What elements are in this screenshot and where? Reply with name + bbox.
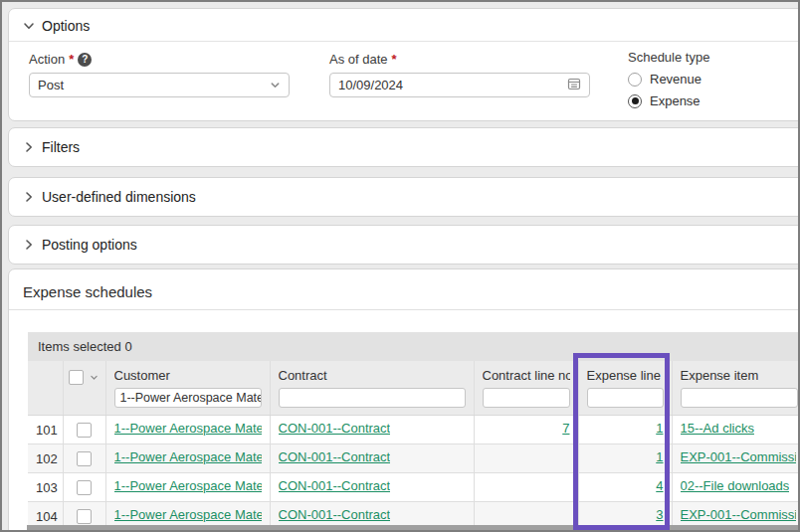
column-header-contract-line-no[interactable]: Contract line no. (474, 361, 578, 416)
row-checkbox[interactable] (77, 451, 92, 466)
user-defined-dimensions-header[interactable]: User-defined dimensions (9, 178, 800, 212)
contract-filter-input[interactable] (279, 388, 466, 408)
calendar-icon[interactable] (567, 77, 581, 93)
options-title: Options (42, 18, 90, 34)
expense-schedules-table: Customer 1--Power Aerospace Materia Cont… (28, 361, 800, 531)
user-defined-dimensions-title: User-defined dimensions (42, 189, 196, 205)
table-row: 102 1--Power Aerospace Materials CON-001… (28, 444, 800, 473)
customer-filter-input[interactable]: 1--Power Aerospace Materia (114, 388, 262, 408)
column-header-expense-item[interactable]: Expense item (672, 361, 800, 416)
items-selected-bar: Items selected 0 (28, 332, 800, 361)
row-number: 103 (28, 473, 63, 502)
radio-icon (628, 73, 642, 87)
posting-options-panel: Posting options (8, 225, 800, 265)
chevron-down-icon (23, 20, 35, 32)
chevron-right-icon (23, 239, 35, 251)
select-all-header (63, 361, 105, 416)
radio-expense[interactable]: Expense (628, 93, 709, 108)
expense-schedules-panel: Expense schedules Items selected 0 (8, 268, 800, 532)
contract-line-no-filter-input[interactable] (483, 388, 570, 408)
column-header-expense-line-no[interactable]: Expense line no. (578, 361, 672, 416)
as-of-date-value: 10/09/2024 (338, 78, 403, 92)
filters-title: Filters (42, 139, 80, 155)
table-row: 101 1--Power Aerospace Materials CON-001… (28, 416, 800, 444)
schedule-type-label: Schedule type (628, 50, 709, 65)
radio-revenue-label: Revenue (650, 72, 701, 87)
expense-item-link[interactable]: 02--File downloads (681, 478, 790, 493)
contract-link[interactable]: CON-001--Contract (279, 421, 391, 436)
action-label: Action * ? (29, 52, 290, 67)
required-asterisk: * (392, 52, 397, 67)
radio-selected-icon (628, 94, 642, 108)
options-panel: Options Action * ? Post As of date (8, 8, 800, 121)
posting-options-title: Posting options (42, 237, 137, 253)
customer-link[interactable]: 1--Power Aerospace Materials (114, 507, 262, 522)
expense-item-link[interactable]: EXP-001--Commissions (681, 449, 797, 464)
options-panel-header[interactable]: Options (9, 9, 800, 42)
posting-options-header[interactable]: Posting options (9, 226, 800, 260)
expense-line-no-filter-input[interactable] (587, 388, 664, 408)
chevron-down-icon[interactable] (88, 372, 100, 384)
chevron-right-icon (23, 191, 35, 203)
contract-link[interactable]: CON-001--Contract (279, 478, 391, 493)
as-of-date-label: As of date * (329, 52, 590, 67)
table-header-row: Customer 1--Power Aerospace Materia Cont… (28, 361, 800, 416)
contract-line-link[interactable]: 7 (562, 421, 569, 436)
expense-line-link[interactable]: 1 (656, 449, 663, 464)
customer-link[interactable]: 1--Power Aerospace Materials (114, 478, 262, 493)
row-number: 101 (28, 416, 63, 444)
contract-link[interactable]: CON-001--Contract (279, 507, 391, 522)
row-checkbox[interactable] (77, 480, 92, 495)
chevron-down-icon (269, 80, 281, 91)
row-checkbox[interactable] (77, 509, 92, 524)
row-checkbox[interactable] (77, 423, 92, 438)
customer-link[interactable]: 1--Power Aerospace Materials (114, 421, 262, 436)
column-header-contract[interactable]: Contract (270, 361, 474, 416)
contract-link[interactable]: CON-001--Contract (279, 449, 391, 464)
chevron-right-icon (23, 141, 35, 153)
help-icon[interactable]: ? (78, 53, 92, 67)
action-select-value: Post (38, 78, 64, 92)
expense-item-link[interactable]: 15--Ad clicks (681, 421, 754, 436)
horizontal-scrollbar[interactable] (27, 525, 798, 530)
customer-link[interactable]: 1--Power Aerospace Materials (114, 449, 262, 464)
column-header-customer[interactable]: Customer 1--Power Aerospace Materia (105, 361, 270, 416)
filters-panel-header[interactable]: Filters (9, 128, 800, 162)
row-number: 102 (28, 444, 63, 473)
expense-line-link[interactable]: 4 (656, 478, 663, 493)
expense-item-filter-input[interactable] (681, 388, 798, 408)
expense-line-link[interactable]: 3 (656, 507, 663, 522)
user-defined-dimensions-panel: User-defined dimensions (8, 177, 800, 217)
select-all-checkbox[interactable] (69, 370, 84, 385)
required-asterisk: * (69, 52, 74, 67)
items-selected-text: Items selected 0 (38, 339, 132, 354)
expense-schedules-title: Expense schedules (9, 269, 800, 310)
expense-line-link[interactable]: 1 (656, 421, 663, 436)
filters-panel: Filters (8, 127, 800, 167)
radio-revenue[interactable]: Revenue (628, 72, 709, 87)
expense-item-link[interactable]: EXP-001--Commissions (681, 507, 797, 522)
rownum-header (28, 361, 63, 416)
table-row: 103 1--Power Aerospace Materials CON-001… (28, 473, 800, 502)
radio-expense-label: Expense (650, 93, 700, 108)
app-window: Options Action * ? Post As of date (0, 0, 800, 532)
action-select[interactable]: Post (29, 73, 290, 97)
as-of-date-input[interactable]: 10/09/2024 (329, 73, 590, 97)
